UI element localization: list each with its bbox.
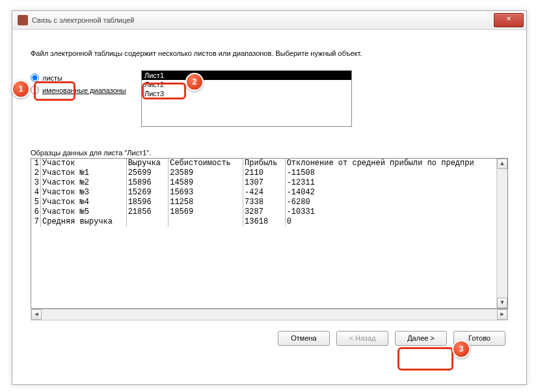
table-cell: 1307	[243, 178, 286, 188]
table-cell: Прибыль	[243, 159, 286, 168]
table-cell: Участок №4	[41, 198, 127, 207]
badge-1: 1	[12, 80, 30, 98]
next-button[interactable]: Далее >	[395, 331, 447, 346]
table-cell: 7338	[243, 198, 286, 207]
table-cell: 1	[31, 159, 41, 168]
table-cell: Участок №2	[41, 178, 127, 188]
badge-3: 3	[452, 340, 470, 358]
table-cell: Отклонение от средней прибыли по предпри	[285, 159, 507, 168]
table-cell: 18596	[126, 198, 168, 207]
table-cell: -11508	[285, 168, 507, 178]
scroll-up-icon[interactable]: ▲	[497, 159, 507, 169]
table-cell: 6	[31, 207, 41, 217]
table-row: 3Участок №215896145891307-12311	[31, 178, 507, 188]
table-cell: 0	[285, 217, 507, 227]
close-button[interactable]: ×	[494, 13, 524, 27]
table-row: 4Участок №31526915693-424-14042	[31, 188, 507, 198]
table-cell	[126, 217, 168, 227]
table-cell: 18569	[168, 207, 243, 217]
list-item-sheet1[interactable]: Лист1	[142, 71, 351, 80]
list-item-sheet3[interactable]: Лист3	[142, 89, 351, 98]
table-cell	[168, 217, 243, 227]
preview-table: 1УчастокВыручкаСебистоимостьПрибыльОткло…	[31, 159, 507, 227]
table-cell: -12311	[285, 178, 507, 188]
table-cell: 14589	[168, 178, 243, 188]
table-cell: Средняя выручка	[41, 217, 127, 227]
scroll-down-icon[interactable]: ▼	[497, 298, 507, 308]
table-cell: 7	[31, 217, 41, 227]
app-icon	[18, 15, 28, 25]
radio-sheets-input[interactable]	[31, 73, 39, 82]
table-cell: 2110	[243, 168, 286, 178]
vertical-scrollbar[interactable]: ▲ ▼	[496, 159, 507, 308]
radio-sheets-label: листы	[42, 74, 62, 82]
scroll-left-icon[interactable]: ◄	[31, 309, 42, 320]
table-cell: 5	[31, 198, 41, 207]
list-item-sheet2[interactable]: Лист2	[142, 80, 351, 89]
table-row: 1УчастокВыручкаСебистоимостьПрибыльОткло…	[31, 159, 507, 168]
table-cell: Участок №5	[41, 207, 127, 217]
table-row: 2Участок №125699235892110-11508	[31, 168, 507, 178]
badge-2: 2	[185, 73, 204, 91]
source-type-radios: листы именованные диапазоны	[31, 70, 141, 98]
table-cell: -424	[243, 188, 286, 198]
table-cell: Участок	[41, 159, 127, 168]
back-button[interactable]: < Назад	[336, 331, 388, 346]
table-cell: -6280	[285, 198, 507, 207]
table-cell: 11258	[168, 198, 243, 207]
table-cell: 25699	[126, 168, 168, 178]
table-cell: 15269	[126, 188, 168, 198]
scroll-right-icon[interactable]: ►	[497, 309, 507, 320]
table-cell: -14042	[285, 188, 507, 198]
table-cell: 4	[31, 188, 41, 198]
sheet-listbox[interactable]: Лист1 Лист2 Лист3	[141, 70, 352, 127]
preview-box: 1УчастокВыручкаСебистоимостьПрибыльОткло…	[31, 158, 508, 309]
window-title: Связь с электронной таблицей	[32, 16, 494, 24]
horizontal-scrollbar[interactable]: ◄ ►	[31, 309, 508, 320]
table-cell: -10331	[285, 207, 507, 217]
table-cell: 15693	[168, 188, 243, 198]
table-cell: Выручка	[126, 159, 168, 168]
radio-ranges-input[interactable]	[31, 86, 39, 94]
table-cell: 3	[31, 178, 41, 188]
table-cell: Себистоимость	[168, 159, 243, 168]
table-cell: 23589	[168, 168, 243, 178]
titlebar: Связь с электронной таблицей ×	[12, 11, 526, 30]
table-cell: Участок №1	[41, 168, 127, 178]
table-row: 6Участок №521856185693287-10331	[31, 207, 507, 217]
table-cell: 13618	[243, 217, 286, 227]
preview-label: Образцы данных для листа "Лист1".	[31, 149, 508, 157]
instruction-text: Файл электронной таблицы содержит нескол…	[31, 49, 508, 57]
button-bar: Отмена < Назад Далее > Готово	[31, 331, 508, 346]
table-cell: 15896	[126, 178, 168, 188]
table-cell: 21856	[126, 207, 168, 217]
content-area: Файл электронной таблицы содержит нескол…	[12, 30, 526, 355]
cancel-button[interactable]: Отмена	[278, 331, 330, 346]
radio-sheets[interactable]: листы	[31, 73, 141, 82]
table-cell: 3287	[243, 207, 286, 217]
radio-ranges-label: именованные диапазоны	[42, 86, 126, 94]
table-cell: 2	[31, 168, 41, 178]
table-row: 5Участок №418596112587338-6280	[31, 198, 507, 207]
wizard-window: Связь с электронной таблицей × Файл элек…	[12, 10, 527, 385]
table-row: 7Средняя выручка136180	[31, 217, 507, 227]
radio-ranges[interactable]: именованные диапазоны	[31, 86, 141, 94]
table-cell: Участок №3	[41, 188, 127, 198]
